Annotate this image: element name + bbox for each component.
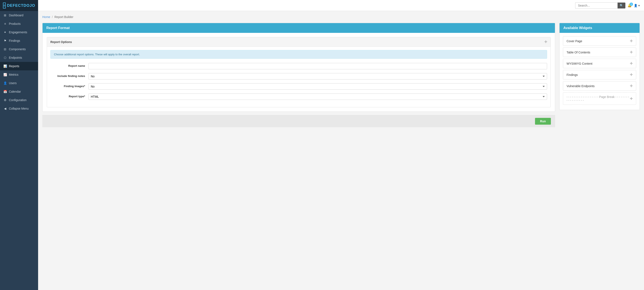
content-area: Home / Report Builder Report Format Repo… [38,11,644,290]
widget-page-break-add-button[interactable]: ✛ [630,97,632,101]
sidebar-item-label: Calendar [9,90,21,93]
finding-images-row: Finding Images* No Yes [50,83,547,90]
logo-text-accent: DOJO [24,4,35,8]
widget-table-of-contents-label: Table Of Contents [566,51,590,54]
drag-handle-icon[interactable]: ✛ [544,40,547,44]
widget-vulnerable-endpoints-label: Vulnerable Endpoints [566,84,595,88]
widget-findings: Findings ✛ [563,70,636,79]
logo-text: DEFECTDOJO [7,4,35,8]
options-card-title: Report Options [50,40,72,44]
report-name-input[interactable] [88,63,547,69]
report-type-wrap: HTML PDF Word [88,93,547,100]
sidebar-item-endpoints[interactable]: ⬡ Endpoints [0,53,38,62]
endpoints-icon: ⬡ [4,56,7,59]
breadcrumb-home[interactable]: Home [42,15,50,19]
collapse-icon: ◀ [4,107,7,110]
options-card-body: Choose additional report options. These … [47,47,550,107]
header-right: 🔍 🔔 0 👤 ▾ [575,2,640,9]
include-finding-notes-select[interactable]: No Yes [88,73,547,79]
finding-images-select[interactable]: No Yes [88,83,547,90]
calendar-icon: 📅 [4,90,7,93]
products-icon: ≡ [4,22,7,26]
info-box: Choose additional report options. These … [50,50,547,59]
report-format-panel: Report Format Report Options ✛ Choose ad… [42,23,555,112]
breadcrumb: Home / Report Builder [42,15,640,19]
search-input[interactable] [575,2,618,9]
run-button[interactable]: Run [535,118,551,125]
sidebar-item-reports[interactable]: 📊 Reports [0,62,38,70]
widget-page-break: - - - - - - - - - - - - - - - - - - Page… [563,92,636,105]
report-format-column: Report Format Report Options ✛ Choose ad… [42,23,555,127]
notification-bell[interactable]: 🔔 0 [628,4,632,8]
report-format-header: Report Format [42,23,555,33]
sidebar-item-metrics[interactable]: 📈 Metrics [0,70,38,79]
widgets-panel-body: Cover Page ✛ Table Of Contents ✛ WYSIWYG… [560,33,640,110]
widget-vulnerable-endpoints-add-button[interactable]: ✛ [630,84,632,88]
sidebar-item-label: Products [9,22,20,26]
widget-cover-page: Cover Page ✛ [563,36,636,46]
sidebar-item-label: Reports [9,64,19,68]
sidebar-item-users[interactable]: 👤 Users [0,79,38,87]
user-menu-caret: ▾ [638,4,640,7]
metrics-icon: 📈 [4,73,7,76]
sidebar-item-label: Findings [9,39,20,42]
sidebar-item-dashboard[interactable]: ⊞ Dashboard [0,11,38,20]
reports-icon: 📊 [4,64,7,68]
sidebar-item-calendar[interactable]: 📅 Calendar [0,87,38,96]
finding-images-label: Finding Images* [50,83,88,88]
logo: D DEFECTDOJO [0,0,38,11]
sidebar-item-label: Engagements [9,31,27,34]
notification-badge: 0 [630,3,633,6]
logo-text-normal: DEFECT [7,4,24,8]
users-icon: 👤 [4,81,7,85]
breadcrumb-separator: / [52,15,53,19]
user-menu-button[interactable]: 👤 ▾ [634,4,640,7]
sidebar-item-products[interactable]: ≡ Products [0,20,38,28]
available-widgets-column: Available Widgets Cover Page ✛ Table Of … [559,23,640,113]
widget-table-of-contents: Table Of Contents ✛ [563,48,636,57]
widget-wysiwyg-content-add-button[interactable]: ✛ [630,61,632,66]
sidebar-item-components[interactable]: ⊟ Components [0,45,38,53]
breadcrumb-current: Report Builder [54,15,74,19]
sidebar-item-configuration[interactable]: ⚙ Configuration [0,96,38,104]
bottom-bar: Run [42,115,555,127]
finding-images-wrap: No Yes [88,83,547,90]
header: 🔍 🔔 0 👤 ▾ [38,0,644,11]
app-container: D DEFECTDOJO ⊞ Dashboard ≡ Products ✦ En… [0,0,644,290]
widget-vulnerable-endpoints: Vulnerable Endpoints ✛ [563,81,636,91]
sidebar: D DEFECTDOJO ⊞ Dashboard ≡ Products ✦ En… [0,0,38,290]
report-name-label: Report name [50,63,88,67]
two-column-layout: Report Format Report Options ✛ Choose ad… [42,23,640,127]
include-finding-notes-wrap: No Yes [88,73,547,79]
widget-findings-add-button[interactable]: ✛ [630,73,632,77]
include-finding-notes-label: Include finding notes [50,73,88,78]
report-type-select[interactable]: HTML PDF Word [88,93,547,100]
widget-cover-page-add-button[interactable]: ✛ [630,39,632,43]
sidebar-item-label: Dashboard [9,14,24,17]
search-button[interactable]: 🔍 [618,3,626,9]
report-format-body: Report Options ✛ Choose additional repor… [42,33,555,111]
report-type-label: Report type* [50,93,88,98]
dashboard-icon: ⊞ [4,14,7,17]
sidebar-item-label: Users [9,81,17,85]
sidebar-item-collapse[interactable]: ◀ Collapse Menu [0,104,38,113]
configuration-icon: ⚙ [4,98,7,102]
report-options-card: Report Options ✛ Choose additional repor… [47,37,551,107]
sidebar-item-findings[interactable]: ⚑ Findings [0,37,38,45]
widget-table-of-contents-add-button[interactable]: ✛ [630,50,632,54]
findings-icon: ⚑ [4,39,7,42]
widget-findings-label: Findings [566,73,578,77]
sidebar-item-engagements[interactable]: ✦ Engagements [0,28,38,37]
sidebar-item-label: Metrics [9,73,18,76]
include-finding-notes-row: Include finding notes No Yes [50,73,547,79]
search-bar: 🔍 [575,2,626,9]
sidebar-item-label: Configuration [9,98,26,102]
widget-wysiwyg-content-label: WYSIWYG Content [566,62,592,65]
components-icon: ⊟ [4,48,7,51]
logo-icon: D [3,3,6,9]
sidebar-item-label: Components [9,48,26,51]
report-type-row: Report type* HTML PDF Word [50,93,547,100]
main-area: 🔍 🔔 0 👤 ▾ Home / Report Builder [38,0,644,290]
widget-page-break-label: - - - - - - - - - - - - - - - - - - Page… [566,95,630,102]
sidebar-item-label: Endpoints [9,56,22,59]
